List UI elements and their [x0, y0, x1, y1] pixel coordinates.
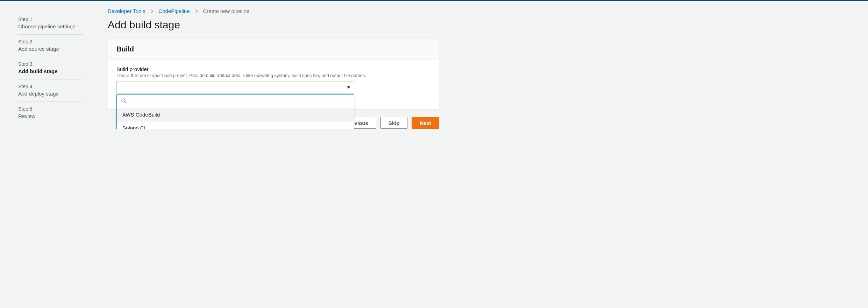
build-provider-select[interactable]	[116, 82, 354, 93]
step-number: Step 4	[18, 84, 83, 89]
step-name: Review	[18, 113, 83, 119]
build-panel: Build Build provider This is the tool of…	[108, 38, 439, 109]
wizard-step-1[interactable]: Step 1 Choose pipeline settings	[18, 12, 83, 35]
build-provider-dropdown: AWS CodeBuild Solano CI Add Jenkins	[116, 94, 354, 129]
chevron-right-icon	[150, 9, 154, 13]
build-provider-description: This is the tool of your build project. …	[116, 73, 431, 78]
wizard-step-2[interactable]: Step 2 Add source stage	[18, 35, 83, 57]
breadcrumb: Developer Tools CodePipeline Create new …	[108, 8, 439, 14]
step-number: Step 2	[18, 39, 83, 44]
caret-down-icon	[347, 86, 350, 89]
breadcrumb-link-codepipeline[interactable]: CodePipeline	[158, 8, 190, 14]
panel-header: Build	[108, 39, 439, 60]
step-number: Step 5	[18, 106, 83, 112]
chevron-right-icon	[195, 9, 198, 13]
build-provider-label: Build provider	[116, 66, 431, 72]
wizard-step-5[interactable]: Step 5 Review	[18, 102, 83, 124]
breadcrumb-link-developer-tools[interactable]: Developer Tools	[108, 8, 145, 14]
wizard-step-3[interactable]: Step 3 Add build stage	[18, 57, 83, 79]
panel-body: Build provider This is the tool of your …	[108, 60, 439, 109]
next-button[interactable]: Next	[412, 117, 439, 129]
svg-point-0	[122, 99, 125, 102]
step-name: Add build stage	[18, 68, 83, 74]
dropdown-option-solano-ci[interactable]: Solano CI	[117, 121, 354, 129]
page-title: Add build stage	[108, 19, 439, 31]
panel-title: Build	[116, 45, 431, 53]
page-container: Step 1 Choose pipeline settings Step 2 A…	[0, 1, 542, 129]
dropdown-search-input[interactable]	[129, 95, 350, 108]
svg-line-1	[124, 102, 126, 103]
step-name: Add deploy stage	[18, 91, 83, 97]
search-icon	[121, 98, 127, 105]
dropdown-search-row	[117, 95, 354, 108]
wizard-steps-nav: Step 1 Choose pipeline settings Step 2 A…	[0, 8, 91, 129]
main-column: Developer Tools CodePipeline Create new …	[91, 8, 448, 129]
step-name: Add source stage	[18, 46, 83, 52]
dropdown-option-aws-codebuild[interactable]: AWS CodeBuild	[117, 108, 354, 121]
skip-button[interactable]: Skip	[380, 117, 408, 129]
breadcrumb-current: Create new pipeline	[203, 8, 250, 14]
wizard-step-4[interactable]: Step 4 Add deploy stage	[18, 79, 83, 102]
step-number: Step 1	[18, 16, 83, 22]
build-provider-select-wrapper: AWS CodeBuild Solano CI Add Jenkins	[116, 82, 354, 93]
step-name: Choose pipeline settings	[18, 23, 83, 29]
step-number: Step 3	[18, 61, 83, 67]
